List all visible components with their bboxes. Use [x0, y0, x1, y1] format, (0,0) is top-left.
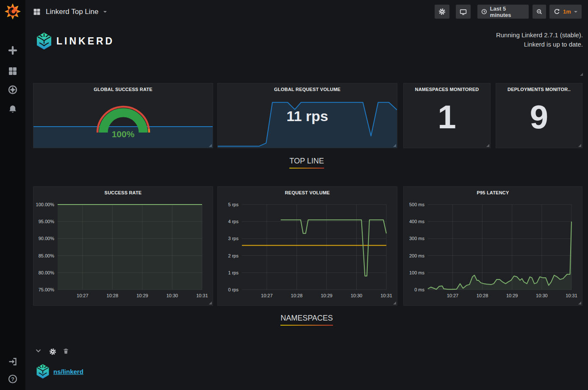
gauge-value: 100% — [33, 129, 213, 139]
svg-text:10:27: 10:27 — [261, 293, 273, 298]
svg-text:10:28: 10:28 — [107, 293, 119, 298]
svg-text:10:30: 10:30 — [536, 293, 548, 298]
svg-text:90.00%: 90.00% — [39, 236, 55, 241]
linkerd-logo — [36, 32, 53, 50]
svg-text:10:27: 10:27 — [77, 293, 89, 298]
p95-latency-chart[interactable]: 0 ms100 ms200 ms300 ms400 ms500 ms10:271… — [404, 187, 582, 305]
stat-value: 1 — [404, 98, 490, 136]
zoom-out-time-button[interactable] — [533, 5, 546, 19]
stat-value: 9 — [496, 98, 582, 136]
svg-text:3 rps: 3 rps — [228, 236, 239, 241]
svg-text:?: ? — [11, 376, 14, 382]
row-title: TOP LINE — [283, 157, 330, 169]
svg-text:10:27: 10:27 — [447, 293, 459, 298]
row-header-top-line[interactable]: TOP LINE — [25, 157, 588, 169]
svg-text:80.00%: 80.00% — [39, 270, 55, 275]
svg-text:85.00%: 85.00% — [39, 253, 55, 258]
svg-text:0 ms: 0 ms — [414, 287, 424, 292]
svg-text:95.00%: 95.00% — [39, 219, 55, 224]
svg-text:5 rps: 5 rps — [228, 202, 239, 207]
refresh-icon — [554, 8, 560, 15]
explore-compass-icon[interactable] — [8, 85, 17, 94]
svg-text:500 ms: 500 ms — [409, 202, 425, 207]
linkerd-version-text: Running Linkerd 2.7.1 (stable). Linkerd … — [496, 30, 583, 49]
svg-text:2 rps: 2 rps — [228, 253, 239, 258]
svg-text:1 rps: 1 rps — [228, 270, 239, 275]
svg-text:200 ms: 200 ms — [409, 253, 425, 258]
linkerd-wordmark: LINKERD — [56, 36, 114, 47]
svg-text:100.00%: 100.00% — [36, 202, 55, 207]
panel-resize-handle[interactable] — [580, 73, 583, 76]
gear-icon — [438, 8, 446, 15]
linkerd-logo-small — [36, 363, 50, 379]
panel-resize-handle[interactable] — [209, 301, 212, 304]
svg-text:10:29: 10:29 — [136, 293, 148, 298]
alerting-bell-icon[interactable] — [8, 105, 17, 114]
refresh-picker-button[interactable]: 1m — [549, 5, 582, 19]
svg-text:0 rps: 0 rps — [228, 287, 239, 292]
grafana-dashboard: ? Linkerd Top Line — [0, 0, 588, 390]
svg-text:400 ms: 400 ms — [409, 219, 425, 224]
clock-icon — [481, 8, 487, 15]
row-title: NAMESPACES — [275, 314, 339, 326]
svg-text:300 ms: 300 ms — [409, 236, 425, 241]
dashboard-title: Linkerd Top Line — [46, 8, 98, 16]
panel-global-request-volume: GLOBAL REQUEST VOLUME 11 rps — [217, 83, 397, 148]
tv-monitor-icon — [460, 8, 467, 16]
dashboards-icon[interactable] — [8, 66, 17, 76]
version-line-1: Running Linkerd 2.7.1 (stable). — [496, 30, 583, 40]
create-plus-icon[interactable] — [8, 46, 17, 55]
svg-text:10:28: 10:28 — [477, 293, 488, 298]
request-volume-chart[interactable]: 0 rps1 rps2 rps3 rps4 rps5 rps10:2710:28… — [218, 187, 397, 305]
panel-title[interactable]: SUCCESS RATE — [33, 190, 213, 195]
time-range-label: Last 5 minutes — [490, 6, 525, 18]
help-icon[interactable]: ? — [8, 374, 17, 384]
zoom-out-icon — [536, 8, 542, 15]
refresh-interval-label: 1m — [563, 8, 571, 15]
panel-title[interactable]: DEPLOYMENTS MONITOR.. — [496, 87, 582, 92]
namespaces-row-controls — [36, 348, 70, 355]
sidebar: ? — [0, 0, 25, 390]
panel-request-volume-chart: REQUEST VOLUME 0 rps1 rps2 rps3 rps4 rps… — [217, 186, 397, 306]
panel-resize-handle[interactable] — [393, 301, 396, 304]
svg-text:10:29: 10:29 — [506, 293, 518, 298]
row-header-namespaces[interactable]: NAMESPACES — [25, 314, 588, 326]
cycle-view-mode-button[interactable] — [456, 5, 471, 19]
dashboard-settings-button[interactable] — [435, 5, 449, 19]
svg-text:100 ms: 100 ms — [409, 270, 425, 275]
svg-text:75.00%: 75.00% — [39, 287, 55, 292]
panel-title[interactable]: REQUEST VOLUME — [218, 190, 397, 195]
svg-text:10:31: 10:31 — [380, 293, 392, 298]
panel-namespaces-monitored: NAMESPACES MONITORED 1 — [403, 83, 491, 148]
singlestat-value: 11 rps — [218, 108, 397, 124]
svg-text:10:29: 10:29 — [321, 293, 333, 298]
svg-text:4 rps: 4 rps — [228, 219, 239, 224]
namespace-link[interactable]: ns/linkerd — [53, 368, 83, 375]
dashboard-grid-icon — [33, 8, 41, 16]
panel-resize-handle[interactable] — [578, 144, 581, 147]
namespace-list-item: ns/linkerd — [36, 363, 83, 379]
row-delete-trash-icon[interactable] — [63, 348, 70, 355]
collapse-chevron-down-icon[interactable] — [36, 348, 43, 355]
grafana-logo[interactable] — [4, 3, 21, 20]
title-caret-down-icon — [103, 11, 107, 13]
svg-text:10:30: 10:30 — [166, 293, 178, 298]
row-settings-gear-icon[interactable] — [49, 348, 56, 355]
refresh-caret-down-icon — [574, 11, 577, 13]
dashboard-title-menu[interactable]: Linkerd Top Line — [33, 0, 107, 23]
panel-title[interactable]: GLOBAL REQUEST VOLUME — [218, 87, 397, 92]
panel-title[interactable]: NAMESPACES MONITORED — [404, 87, 490, 92]
panel-success-rate-chart: SUCCESS RATE 75.00%80.00%85.00%90.00%95.… — [33, 186, 213, 306]
svg-text:10:31: 10:31 — [196, 293, 208, 298]
svg-text:10:30: 10:30 — [351, 293, 363, 298]
panel-p95-latency-chart: P95 LATENCY 0 ms100 ms200 ms300 ms400 ms… — [403, 186, 582, 306]
panel-global-success-rate: GLOBAL SUCCESS RATE 100% — [33, 83, 213, 148]
time-range-picker-button[interactable]: Last 5 minutes — [477, 5, 529, 19]
panel-title[interactable]: P95 LATENCY — [404, 190, 582, 195]
success-rate-chart[interactable]: 75.00%80.00%85.00%90.00%95.00%100.00%10:… — [33, 187, 213, 305]
panel-resize-handle[interactable] — [578, 301, 581, 304]
svg-text:10:31: 10:31 — [566, 293, 577, 298]
panel-resize-handle[interactable] — [486, 144, 489, 147]
sign-in-icon[interactable] — [8, 357, 17, 366]
panel-title[interactable]: GLOBAL SUCCESS RATE — [33, 87, 213, 92]
